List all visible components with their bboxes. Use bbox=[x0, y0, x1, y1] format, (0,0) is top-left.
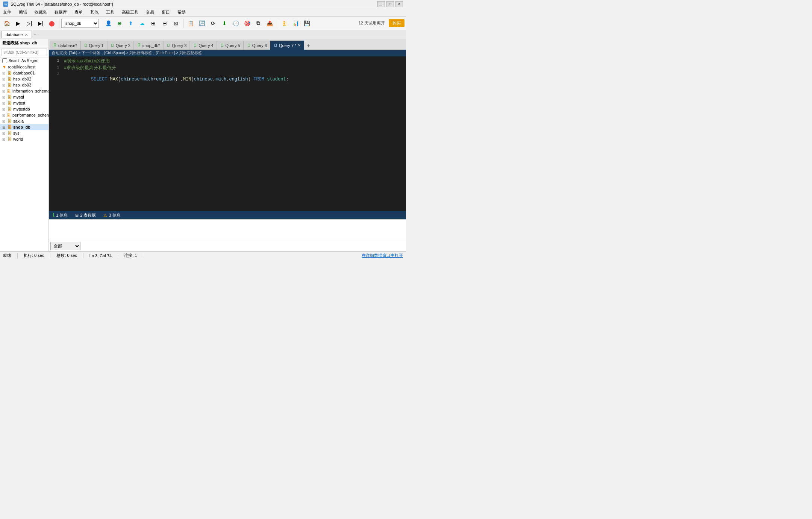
db-icon: 🗄 bbox=[8, 95, 12, 99]
sidebar-item-hsp-db02[interactable]: ⊞ 🗄 hsp_db02 bbox=[0, 76, 48, 82]
toolbar-play-btn[interactable]: ▶ bbox=[13, 18, 23, 29]
code-editor[interactable]: 1 #演示max和min的使用 2 #求班级的最高分和最低分 3 SELECT … bbox=[49, 56, 406, 211]
expand-icon: ⊞ bbox=[2, 107, 6, 111]
menu-file[interactable]: 文件 bbox=[2, 9, 13, 16]
kw-col-chinese2: chinese bbox=[194, 77, 213, 82]
db-tab-add[interactable]: + bbox=[33, 32, 36, 38]
filter-box[interactable] bbox=[0, 47, 48, 58]
query-tab-7-close[interactable]: ✕ bbox=[298, 43, 301, 47]
toolbar-target-btn[interactable]: 🎯 bbox=[242, 18, 252, 29]
query-tab-database[interactable]: 🗄 database* bbox=[50, 41, 80, 50]
tree-root[interactable]: ▼ root@localhost bbox=[0, 64, 48, 70]
toolbar-step-btn[interactable]: ▷| bbox=[24, 18, 35, 29]
menu-transaction[interactable]: 交易 bbox=[144, 9, 156, 16]
db-name: performance_schema bbox=[12, 113, 48, 117]
query-tab-4[interactable]: 🗒 Query 4 bbox=[190, 41, 217, 50]
sidebar-item-hsp-db03[interactable]: ⊞ 🗄 hsp_db03 bbox=[0, 82, 48, 88]
sidebar-item-performance-schema[interactable]: ⊞ 🗄 performance_schema bbox=[0, 112, 48, 118]
query-tab-1[interactable]: 🗒 Query 1 bbox=[80, 41, 107, 50]
toolbar-add-btn[interactable]: ⊕ bbox=[114, 18, 125, 29]
search-regex-checkbox[interactable] bbox=[2, 58, 7, 63]
db-selector[interactable]: shop_db bbox=[61, 19, 99, 28]
toolbar-backup-btn[interactable]: 💾 bbox=[301, 18, 312, 29]
toolbar-columns-btn[interactable]: ⊠ bbox=[171, 18, 181, 29]
kw-select: SELECT bbox=[91, 77, 110, 82]
toolbar-copy-btn[interactable]: ⧉ bbox=[253, 18, 264, 29]
tab-icon: 🗒 bbox=[274, 43, 277, 47]
toolbar-grid-btn[interactable]: ⊟ bbox=[159, 18, 170, 29]
toolbar-upload-btn[interactable]: ⬆ bbox=[126, 18, 136, 29]
sidebar-item-sakila[interactable]: ⊞ 🗄 sakila bbox=[0, 118, 48, 124]
query-tab-3[interactable]: 🗒 Query 3 bbox=[163, 41, 190, 50]
toolbar-download-btn[interactable]: ⬇ bbox=[219, 18, 230, 29]
toolbar-export-btn[interactable]: 📤 bbox=[264, 18, 275, 29]
close-button[interactable]: × bbox=[395, 1, 403, 7]
code-line-3: 3 SELECT MAX(chinese+math+english) ,MIN(… bbox=[50, 71, 404, 87]
toolbar-sync-btn[interactable]: ⟳ bbox=[208, 18, 218, 29]
toolbar-stop-btn[interactable]: ⬤ bbox=[47, 18, 57, 29]
expand-icon: ⊞ bbox=[2, 77, 6, 81]
separator-2 bbox=[101, 19, 101, 28]
line-number-1: 1 bbox=[50, 58, 59, 63]
query-tab-shop-db[interactable]: 🗄 shop_db* bbox=[134, 41, 164, 50]
toolbar-user-btn[interactable]: 👤 bbox=[103, 18, 114, 29]
expand-icon: ⊞ bbox=[2, 125, 6, 129]
sidebar-item-sys[interactable]: ⊞ 🗄 sys bbox=[0, 130, 48, 136]
menu-database[interactable]: 数据库 bbox=[53, 9, 68, 16]
query-tab-add[interactable]: + bbox=[304, 41, 312, 50]
minimize-button[interactable]: _ bbox=[377, 1, 385, 7]
warning-label: 3 信息 bbox=[109, 212, 120, 218]
toolbar-analyze-btn[interactable]: 📊 bbox=[290, 18, 301, 29]
title-bar-controls[interactable]: _ □ × bbox=[377, 1, 403, 7]
query-tab-6[interactable]: 🗒 Query 6 bbox=[244, 41, 270, 50]
root-label: root@localhost bbox=[8, 65, 36, 69]
menu-window[interactable]: 窗口 bbox=[160, 9, 171, 16]
menu-tools[interactable]: 工具 bbox=[105, 9, 116, 16]
tab-icon: 🗄 bbox=[137, 43, 141, 47]
autocomplete-bar: 自动完成: [Tab]-> 下一个标签，[Ctrl+Space]-> 列出所有标… bbox=[49, 50, 406, 56]
maximize-button[interactable]: □ bbox=[386, 1, 394, 7]
db-icon: 🗄 bbox=[8, 77, 12, 81]
status-right-link[interactable]: 在详细数据窗口中打开 bbox=[362, 253, 403, 258]
menu-table[interactable]: 表单 bbox=[73, 9, 84, 16]
menu-edit[interactable]: 编辑 bbox=[17, 9, 29, 16]
sidebar-item-shop-db[interactable]: ⊞ 🗄 shop_db bbox=[0, 124, 48, 130]
root-expand-icon: ▼ bbox=[2, 65, 6, 69]
toolbar-refresh-btn[interactable]: 🔄 bbox=[197, 18, 207, 29]
toolbar-home-btn[interactable]: 🏠 bbox=[2, 18, 12, 29]
sidebar-item-information-schema[interactable]: ⊞ 🗄 information_schema bbox=[0, 88, 48, 94]
toolbar-clock-btn[interactable]: 🕐 bbox=[230, 18, 241, 29]
expand-icon: ⊞ bbox=[2, 113, 5, 117]
database-tab-close[interactable]: ✕ bbox=[25, 33, 28, 37]
menu-help[interactable]: 帮助 bbox=[176, 9, 187, 16]
query-tab-5[interactable]: 🗒 Query 5 bbox=[217, 41, 244, 50]
menu-other[interactable]: 其他 bbox=[89, 9, 100, 16]
tab-label: Query 5 bbox=[226, 43, 240, 48]
sidebar-item-mysql[interactable]: ⊞ 🗄 mysql bbox=[0, 94, 48, 100]
query-tab-7[interactable]: 🗒 Query 7 * ✕ bbox=[270, 41, 304, 50]
toolbar-cloud-btn[interactable]: ☁ bbox=[137, 18, 147, 29]
sidebar-item-world[interactable]: ⊞ 🗄 world bbox=[0, 136, 48, 142]
query-tab-2[interactable]: 🗒 Query 2 bbox=[107, 41, 134, 50]
toolbar-note-btn[interactable]: 📋 bbox=[185, 18, 196, 29]
bottom-select[interactable]: 全部 bbox=[50, 242, 80, 250]
sidebar-item-database01[interactable]: ⊞ 🗄 database01 bbox=[0, 70, 48, 76]
bottom-tab-table[interactable]: ⊞ 2 表数据 bbox=[71, 211, 100, 219]
bottom-tab-warning[interactable]: ⚠ 3 信息 bbox=[100, 211, 124, 219]
tab-label: Query 1 bbox=[89, 43, 104, 48]
toolbar-table-btn[interactable]: ⊞ bbox=[148, 18, 159, 29]
tab-icon: 🗒 bbox=[220, 43, 224, 47]
bottom-tab-info[interactable]: ℹ 1 信息 bbox=[49, 211, 71, 219]
buy-button[interactable]: 购买 bbox=[389, 19, 404, 27]
filter-input[interactable] bbox=[2, 49, 47, 56]
kw-punct-3: ( bbox=[191, 77, 194, 82]
search-regex-option[interactable]: Search As Regex bbox=[0, 58, 48, 64]
expand-icon: ⊞ bbox=[2, 89, 5, 93]
toolbar-schema-btn[interactable]: 🗄 bbox=[279, 18, 289, 29]
sidebar-item-mytestdb[interactable]: ⊞ 🗄 mytestdb bbox=[0, 106, 48, 112]
menu-favorites[interactable]: 收藏夹 bbox=[33, 9, 48, 16]
menu-advanced[interactable]: 高级工具 bbox=[120, 9, 140, 16]
toolbar-run-btn[interactable]: ▶| bbox=[35, 18, 46, 29]
sidebar-item-mytest[interactable]: ⊞ 🗄 mytest bbox=[0, 100, 48, 106]
database-tab[interactable]: database ✕ bbox=[2, 31, 32, 38]
